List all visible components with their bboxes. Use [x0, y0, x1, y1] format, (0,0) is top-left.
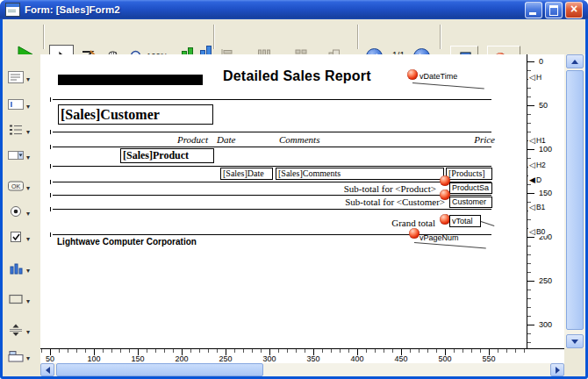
grand-total-label[interactable]: Grand total — [330, 218, 435, 228]
vertical-scroll-thumb[interactable] — [566, 70, 584, 330]
ruler-label: 100 — [539, 145, 552, 154]
area-marker-detail[interactable]: D — [528, 175, 543, 184]
vertical-scrollbar[interactable] — [564, 54, 585, 348]
dropdown-arrow-icon[interactable] — [26, 348, 30, 364]
sidebar-item-field-tool[interactable] — [7, 95, 39, 114]
ruler-label: 300 — [262, 354, 276, 363]
titlebar[interactable]: Form: [Sales]Form2 — [0, 0, 588, 19]
separator-line[interactable] — [53, 147, 491, 147]
area-marker-header1[interactable]: H1 — [528, 136, 548, 145]
sidebar-item-splitter-tool[interactable] — [7, 320, 39, 340]
ruler-label: 0 — [539, 57, 543, 66]
sidebar-item-combobox-tool[interactable] — [7, 146, 39, 165]
area-marker-break0[interactable]: B0 — [528, 227, 547, 236]
column-header-product[interactable]: Product — [164, 134, 208, 145]
maximize-button[interactable] — [545, 2, 563, 18]
ruler-label: 550 — [482, 354, 495, 363]
dropdown-arrow-icon[interactable] — [26, 204, 30, 219]
minimize-button[interactable] — [525, 2, 542, 18]
field-customer[interactable]: [Sales]Customer — [58, 104, 213, 125]
scroll-left-button[interactable] — [40, 363, 54, 376]
column-header-comments[interactable]: Comments — [279, 134, 319, 145]
scroll-up-button[interactable] — [566, 54, 584, 68]
dropdown-arrow-icon[interactable] — [26, 147, 30, 163]
field-price[interactable]: [Products] — [446, 168, 492, 180]
scroll-right-button[interactable] — [550, 363, 564, 376]
separator-line[interactable] — [53, 182, 491, 182]
arrow-down-icon — [571, 340, 578, 344]
variable-sphere-icon[interactable] — [407, 69, 418, 80]
separator-line[interactable] — [53, 99, 491, 100]
field-product[interactable]: [Sales]Product — [120, 148, 214, 163]
sidebar-item-radio-button-tool[interactable] — [7, 202, 39, 221]
variable-customer-subtotal[interactable]: Customer — [449, 197, 492, 208]
arrow-left-icon — [46, 367, 50, 374]
dropdown-arrow-icon[interactable] — [26, 261, 30, 276]
separator-line[interactable] — [53, 166, 491, 167]
company-label[interactable]: Lightwave Computer Corporation — [57, 237, 197, 247]
sidebar-item-checkbox-tool[interactable] — [7, 227, 39, 247]
variable-product-subtotal[interactable]: ProductSa — [449, 182, 492, 194]
progress-bar-tool-icon — [7, 261, 25, 275]
area-marker-header[interactable]: H — [528, 73, 543, 82]
svg-text:OK: OK — [11, 183, 20, 190]
horizontal-scrollbar[interactable] — [40, 363, 564, 376]
field-tool-icon — [7, 97, 25, 111]
sidebar-item-text-tool[interactable] — [7, 68, 39, 87]
dropdown-arrow-icon[interactable] — [26, 122, 30, 138]
column-header-date[interactable]: Date — [217, 134, 235, 145]
horizontal-scroll-thumb[interactable] — [56, 363, 263, 376]
toolbar-separator — [440, 25, 441, 49]
window-title: Form: [Sales]Form2 — [25, 4, 525, 15]
listbox-tool-icon — [7, 123, 25, 137]
arrow-right-icon — [556, 367, 560, 374]
ruler-label: 50 — [46, 354, 54, 363]
dropdown-arrow-icon[interactable] — [26, 291, 30, 307]
horizontal-ruler: 50 100 150 200 250 300 350 400 450 500 5… — [40, 348, 564, 363]
form-canvas[interactable]: Detailed Sales Report vDateTime [Sales]C… — [40, 54, 527, 348]
ruler-label: 350 — [306, 354, 319, 363]
sidebar-item-tab-control-tool[interactable] — [7, 347, 39, 366]
object-toolbar: OK — [3, 54, 41, 376]
variable-sphere-icon[interactable] — [409, 228, 419, 239]
area-marker-break1[interactable]: B1 — [528, 203, 547, 211]
close-button[interactable] — [565, 2, 583, 18]
separator-line[interactable] — [53, 195, 491, 196]
field-comments[interactable]: [Sales]Comments — [276, 168, 444, 180]
variable-diagonal-line — [412, 82, 484, 89]
variable-vpagenum[interactable]: vPageNum — [419, 233, 459, 242]
text-tool-icon — [7, 70, 25, 84]
ruler-label: 450 — [394, 354, 407, 363]
form-title-label[interactable]: Detailed Sales Report — [223, 68, 371, 84]
separator-line[interactable] — [53, 209, 491, 210]
dropdown-arrow-icon[interactable] — [26, 97, 30, 112]
separator-line[interactable] — [53, 132, 491, 132]
scroll-down-button[interactable] — [566, 334, 584, 348]
ruler-label: 250 — [539, 276, 552, 285]
tab-control-tool-icon — [7, 349, 25, 363]
field-date[interactable]: [Sales]Date — [220, 168, 273, 180]
dropdown-arrow-icon[interactable] — [26, 229, 30, 245]
variable-vdatetime[interactable]: vDateTime — [419, 72, 457, 81]
title-black-bar[interactable] — [58, 75, 203, 85]
subtotal-customer-label[interactable]: Sub-total for <Customer> — [269, 197, 445, 207]
variable-total[interactable]: vTotal — [449, 215, 481, 227]
button-tool-icon: OK — [7, 179, 25, 193]
sidebar-item-button-tool[interactable]: OK — [7, 176, 39, 196]
toolbar-separator — [357, 25, 359, 49]
sidebar-item-rectangle-tool[interactable] — [7, 290, 39, 309]
column-header-price[interactable]: Price — [453, 134, 495, 145]
combobox-tool-icon — [7, 148, 25, 162]
variable-diagonal-line — [481, 221, 495, 226]
subtotal-product-label[interactable]: Sub-total for <Product> — [304, 183, 436, 194]
area-marker-header2[interactable]: H2 — [528, 161, 548, 169]
dropdown-arrow-icon[interactable] — [26, 178, 30, 194]
marker-triangle-icon — [529, 175, 535, 184]
ruler-label: 150 — [539, 189, 552, 197]
dropdown-arrow-icon[interactable] — [26, 69, 30, 85]
dropdown-arrow-icon[interactable] — [26, 322, 30, 338]
splitter-tool-icon — [7, 323, 25, 337]
sidebar-item-progress-bar-tool[interactable] — [7, 259, 39, 278]
sidebar-item-listbox-tool[interactable] — [7, 120, 39, 139]
ruler-label: 250 — [219, 354, 232, 363]
